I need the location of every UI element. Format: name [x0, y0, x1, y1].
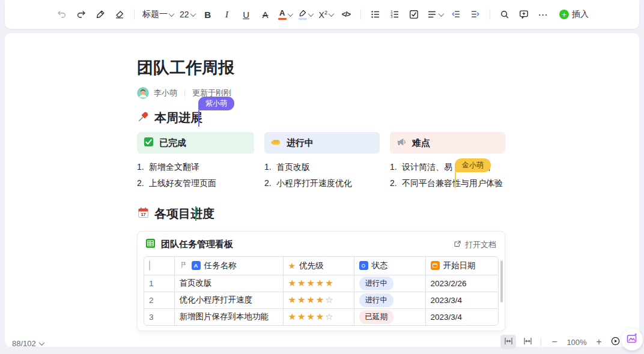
underline-button[interactable]: U — [238, 6, 255, 23]
word-count-indicator[interactable]: 88/102 — [12, 339, 44, 348]
align-button[interactable] — [425, 6, 445, 23]
task-name-cell[interactable]: 优化小程序打开速度 — [174, 292, 283, 308]
full-width-icon — [523, 336, 533, 348]
chevron-down-icon — [190, 11, 196, 17]
text-field-icon: A — [192, 261, 201, 270]
row-index-cell[interactable]: 3 — [144, 308, 174, 325]
open-document-button[interactable]: 打开文档 — [453, 239, 496, 250]
clear-format-button[interactable] — [111, 6, 128, 23]
italic-button[interactable]: I — [219, 6, 235, 23]
zoom-in-button[interactable]: + — [591, 335, 607, 349]
status-badge: 进行中 — [359, 277, 394, 290]
checkbox[interactable] — [149, 260, 150, 271]
column-header-date[interactable]: 开始日期 — [425, 257, 498, 275]
ordered-list-button[interactable]: 123 — [386, 6, 403, 23]
table-row[interactable]: 1首页改版★★★★★进行中2023/2/26 — [144, 275, 498, 292]
comment-icon — [518, 9, 529, 20]
ai-image-button[interactable] — [621, 329, 643, 350]
collaborator-caret-purple — [198, 110, 199, 127]
full-width-button[interactable] — [520, 335, 535, 349]
priority-cell[interactable]: ★★★★☆ — [283, 292, 354, 308]
list-item: 2.不同平台兼容性与用户体验 — [390, 175, 505, 191]
align-left-icon — [427, 9, 437, 20]
superscript-button[interactable]: X2 — [317, 6, 335, 23]
open-document-label: 打开文档 — [465, 239, 496, 250]
column-header-task[interactable]: A 任务名称 — [174, 257, 283, 275]
section-heading-projects: 17 各项目进度 — [137, 206, 214, 222]
select-all-cell[interactable] — [144, 257, 174, 275]
zoom-out-button[interactable]: − — [547, 335, 562, 349]
outdent-button[interactable] — [448, 6, 464, 23]
view-controls: − 100% + 演示 — [500, 335, 639, 349]
chevron-down-icon — [329, 11, 335, 17]
heading-style-select[interactable]: 标题一 — [141, 6, 175, 23]
fit-width-button[interactable] — [500, 335, 516, 349]
font-size-label: 22 — [180, 10, 189, 19]
priority-cell[interactable]: ★★★★★ — [283, 275, 354, 292]
task-list-button[interactable] — [406, 6, 422, 23]
fit-width-icon — [503, 336, 514, 348]
sheet-card-header: 团队任务管理看板 打开文档 — [138, 232, 505, 256]
chevron-down-icon — [439, 11, 445, 17]
more-button[interactable]: ⋯ — [535, 6, 551, 23]
play-circle-icon — [610, 336, 621, 348]
row-index-cell[interactable]: 1 — [144, 275, 174, 292]
row-index-cell[interactable]: 2 — [144, 292, 174, 308]
word-count-value: 88/102 — [12, 339, 36, 348]
outdent-icon — [451, 9, 461, 20]
table-row[interactable]: 2优化小程序打开速度★★★★☆进行中2023/3/4 — [144, 292, 498, 308]
callout-title: 难点 — [412, 137, 430, 149]
avatar — [137, 87, 149, 99]
callout-title: 已完成 — [159, 137, 186, 149]
column-header-priority[interactable]: ★ 优先级 — [283, 257, 354, 275]
document-canvas[interactable]: 团队工作周报 李小萌 更新于刚刚 本周进展 已完成 1.新增全文翻译2.上线好友… — [5, 33, 639, 347]
priority-cell[interactable]: ★★★★☆ — [283, 308, 354, 325]
bullet-list-button[interactable] — [367, 6, 384, 23]
code-button[interactable]: </> — [338, 6, 354, 23]
search-button[interactable] — [496, 6, 513, 23]
callout-difficulties[interactable]: 难点 — [390, 132, 505, 154]
done-list[interactable]: 1.新增全文翻译2.上线好友管理页面 — [137, 159, 254, 191]
comment-button[interactable] — [515, 6, 532, 23]
date-cell[interactable]: 2023/3/4 — [425, 308, 498, 325]
undo-button[interactable] — [53, 6, 70, 23]
highlight-color-button[interactable] — [297, 6, 315, 23]
toolbar-divider — [490, 9, 490, 20]
column-header-status[interactable]: 状态 — [354, 257, 425, 275]
date-cell[interactable]: 2023/3/4 — [425, 292, 498, 308]
status-cell[interactable]: 已延期 — [354, 308, 425, 325]
insert-button[interactable]: + 插入 — [557, 6, 591, 23]
collaborator-badge-purple: 紫小萌 — [198, 97, 234, 110]
table-row[interactable]: 3新增图片保存到本地功能★★★★☆已延期2023/3/4 — [144, 308, 498, 325]
redo-button[interactable] — [73, 6, 90, 23]
table-scrollbar[interactable] — [500, 260, 503, 302]
indent-button[interactable] — [467, 6, 484, 23]
in-progress-list[interactable]: 1.首页改版2.小程序打开速度优化 — [264, 159, 380, 191]
zoom-level[interactable]: 100% — [566, 338, 588, 347]
collaborator-badge-yellow: 金小萌 — [455, 158, 491, 172]
three-column-grid: 已完成 1.新增全文翻译2.上线好友管理页面 进行中 1.首页改版2.小程序打开… — [137, 132, 509, 191]
status-cell[interactable]: 进行中 — [354, 275, 425, 292]
date-cell[interactable]: 2023/2/26 — [425, 275, 498, 292]
format-painter-button[interactable] — [92, 6, 109, 23]
callout-in-progress[interactable]: 进行中 — [264, 132, 380, 154]
font-size-select[interactable]: 22 — [178, 6, 197, 23]
calendar-icon: 17 — [137, 206, 150, 222]
eraser-icon — [114, 9, 125, 20]
pushpin-icon — [137, 110, 150, 126]
flag-icon — [180, 260, 188, 271]
chevron-down-icon — [308, 11, 314, 17]
column-label: 状态 — [372, 260, 388, 271]
check-badge-icon — [143, 136, 154, 149]
task-name-cell[interactable]: 新增图片保存到本地功能 — [174, 308, 283, 325]
column-label: 开始日期 — [443, 260, 476, 271]
bold-button[interactable]: B — [199, 6, 216, 23]
strikethrough-button[interactable]: A — [257, 6, 274, 23]
callout-title: 进行中 — [287, 137, 314, 149]
list-item: 2.小程序打开速度优化 — [264, 175, 380, 191]
callout-done[interactable]: 已完成 — [137, 132, 254, 154]
task-name-cell[interactable]: 首页改版 — [174, 275, 283, 292]
text-color-button[interactable]: A — [276, 6, 294, 23]
chevron-down-icon — [169, 11, 175, 17]
status-cell[interactable]: 进行中 — [354, 292, 425, 308]
